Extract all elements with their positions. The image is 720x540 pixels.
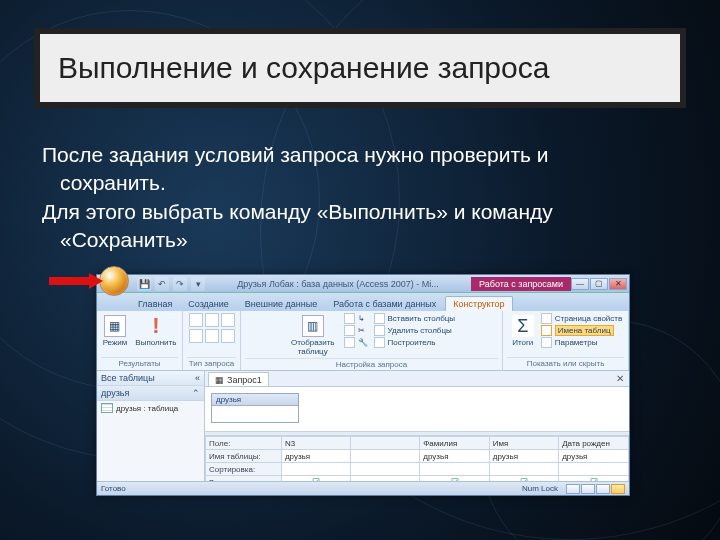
window-titlebar: 💾 ↶ ↷ ▾ Друзья Лобак : база данных (Acce… [97,275,629,293]
table-pane[interactable]: друзья [205,387,629,431]
view-pivot-button[interactable] [596,484,610,494]
totals-button[interactable]: Σ Итоги [509,313,537,349]
qat-dropdown-icon[interactable]: ▾ [191,277,205,291]
tab-create[interactable]: Создание [181,297,236,311]
builder-button[interactable]: 🔧 [344,337,368,348]
table-names-button[interactable]: Имена таблиц [541,325,622,336]
maximize-button[interactable]: ▢ [590,278,608,290]
view-switcher [566,484,625,494]
query-designer: ▦ Запрос1 ✕ друзья ⋯⋯⋯ Поле: N3 ФамилияИ… [205,371,629,481]
access-window: 💾 ↶ ↷ ▾ Друзья Лобак : база данных (Acce… [96,274,630,496]
group-label-results: Результаты [101,357,178,370]
show-table-icon: ▥ [302,315,324,337]
redo-icon[interactable]: ↷ [173,277,187,291]
datasheet-view-icon: ▦ [104,315,126,337]
ribbon: ▦ Режим ! Выполнить Результаты Тип запро… [97,311,629,371]
slide-title: Выполнение и сохранение запроса [58,51,549,85]
navigation-pane: Все таблицы « друзья ⌃ друзья : таблица [97,371,205,481]
nav-header[interactable]: Все таблицы « [97,371,204,386]
nav-item-table[interactable]: друзья : таблица [97,401,204,415]
chevron-left-icon[interactable]: « [195,373,200,383]
tab-dbtools[interactable]: Работа с базами данных [326,297,443,311]
view-datasheet-button[interactable] [566,484,580,494]
callout-arrow-icon [49,273,105,289]
return-button[interactable]: Построитель [374,337,456,348]
delete-cols-button[interactable]: Удалить столбцы [374,325,456,336]
nav-category[interactable]: друзья ⌃ [97,386,204,401]
group-label-querytype: Тип запроса [187,357,236,370]
insert-cols-button[interactable]: Вставить столбцы [374,313,456,324]
tab-design[interactable]: Конструктор [445,296,512,311]
slide-body: После задания условий запроса нужно пров… [42,142,678,255]
save-icon[interactable]: 💾 [137,277,151,291]
tab-external[interactable]: Внешние данные [238,297,324,311]
view-sql-button[interactable] [581,484,595,494]
insert-rows-button[interactable]: ↳ [344,313,368,324]
view-button[interactable]: ▦ Режим [100,313,131,349]
status-numlock: Num Lock [522,484,558,493]
group-label-showhide: Показать или скрыть [507,357,624,370]
undo-icon[interactable]: ↶ [155,277,169,291]
close-tab-button[interactable]: ✕ [611,371,629,386]
sigma-icon: Σ [512,315,534,337]
parameters-button[interactable]: Параметры [541,337,622,348]
quick-access-toolbar: 💾 ↶ ↷ ▾ [137,277,205,291]
slide-title-box: Выполнение и сохранение запроса [34,28,686,108]
minimize-button[interactable]: — [571,278,589,290]
show-table-button[interactable]: ▥ Отобразить таблицу [288,313,338,358]
query-type-icons[interactable] [189,313,235,343]
tab-home[interactable]: Главная [131,297,179,311]
run-button[interactable]: ! Выполнить [132,313,179,349]
close-button[interactable]: ✕ [609,278,627,290]
table-icon [101,403,113,413]
query-tab[interactable]: ▦ Запрос1 [208,372,269,386]
run-icon: ! [145,315,167,337]
view-design-button[interactable] [611,484,625,494]
delete-rows-button[interactable]: ✂ [344,325,368,336]
ribbon-tabs: Главная Создание Внешние данные Работа с… [97,293,629,311]
context-tab-label: Работа с запросами [471,277,571,291]
window-caption: Друзья Лобак : база данных (Access 2007)… [205,279,471,289]
status-left: Готово [101,484,126,493]
group-label-setup: Настройка запроса [245,358,498,371]
chevron-up-icon: ⌃ [192,388,200,398]
design-grid[interactable]: Поле: N3 ФамилияИмя Дата рожден Имя табл… [205,436,629,481]
property-sheet-button[interactable]: Страница свойств [541,313,622,324]
query-icon: ▦ [215,375,224,385]
field-list[interactable]: друзья [211,393,299,423]
status-bar: Готово Num Lock [97,481,629,495]
